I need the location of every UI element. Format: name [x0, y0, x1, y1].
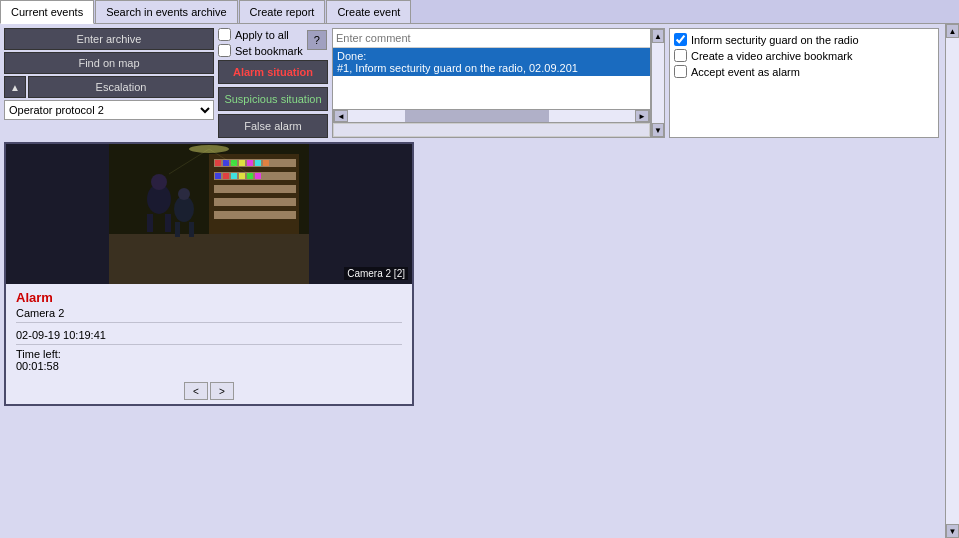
svg-rect-20 [247, 173, 253, 179]
camera-timeleft: Time left: 00:01:58 [16, 348, 402, 372]
svg-rect-21 [255, 173, 261, 179]
false-alarm-button[interactable]: False alarm [218, 114, 328, 138]
camera-datetime: 02-09-19 10:19:41 [16, 329, 402, 345]
camera-info-area: Alarm Camera 2 02-09-19 10:19:41 Time le… [6, 284, 412, 378]
tab-bar: Current events Search in events archive … [0, 0, 959, 24]
camera-prev-button[interactable]: < [184, 382, 208, 400]
svg-rect-28 [175, 222, 180, 237]
comment-hscroll: ◄ ► [333, 109, 650, 137]
main-scroll-up-btn[interactable]: ▲ [946, 24, 959, 38]
vscroll-down-btn[interactable]: ▼ [652, 123, 664, 137]
suspicious-situation-button[interactable]: Suspicious situation [218, 87, 328, 111]
right-check-2[interactable] [674, 65, 687, 78]
svg-rect-7 [214, 198, 296, 206]
alarm-label: Alarm [16, 290, 402, 305]
alarm-situation-button[interactable]: Alarm situation [218, 60, 328, 84]
svg-rect-29 [189, 222, 194, 237]
set-bookmark-checkbox[interactable] [218, 44, 231, 57]
svg-rect-12 [239, 160, 245, 166]
main-scrollbar: ▲ ▼ [945, 24, 959, 538]
right-checks-panel: Inform secturity guard on the radio Crea… [669, 28, 939, 138]
escalation-row: ▲ Escalation [4, 76, 214, 98]
enter-archive-button[interactable]: Enter archive [4, 28, 214, 50]
hscroll-bar: ◄ ► [333, 109, 650, 123]
camera-scene-svg [6, 144, 412, 284]
svg-rect-16 [215, 173, 221, 179]
protocol-row: Operator protocol 2 [4, 100, 214, 120]
svg-rect-17 [223, 173, 229, 179]
right-check-item-1: Create a video archive bookmark [674, 49, 934, 62]
comment-wrapper: Done: #1, Inform secturity guard on the … [332, 28, 665, 138]
hscroll-track[interactable] [348, 110, 635, 122]
mid-col: Apply to all Set bookmark ? Alarm situat… [218, 28, 328, 138]
set-bookmark-label[interactable]: Set bookmark [218, 44, 303, 57]
comment-bottom-bar [333, 123, 650, 137]
main-scroll-track[interactable] [946, 38, 959, 524]
svg-rect-13 [247, 160, 253, 166]
vscroll-up-btn[interactable]: ▲ [652, 29, 664, 43]
right-check-0[interactable] [674, 33, 687, 46]
svg-point-27 [178, 188, 190, 200]
escalation-icon: ▲ [4, 76, 26, 98]
camera-overlay-label: Camera 2 [2] [344, 267, 408, 280]
svg-rect-15 [263, 160, 269, 166]
tab-create-event[interactable]: Create event [326, 0, 411, 23]
vscroll-track[interactable] [652, 43, 664, 123]
tab-current-events[interactable]: Current events [0, 0, 94, 24]
svg-rect-11 [231, 160, 237, 166]
svg-rect-6 [214, 185, 296, 193]
protocol-select[interactable]: Operator protocol 2 [4, 100, 214, 120]
checkboxes-col: Apply to all Set bookmark [218, 28, 303, 57]
svg-point-23 [151, 174, 167, 190]
tab-create-report[interactable]: Create report [239, 0, 326, 23]
help-button[interactable]: ? [307, 30, 327, 50]
comment-area: Done: #1, Inform secturity guard on the … [332, 28, 651, 138]
svg-rect-9 [215, 160, 221, 166]
apply-to-all-checkbox[interactable] [218, 28, 231, 41]
svg-rect-14 [255, 160, 261, 166]
comment-vscroll: ▲ ▼ [651, 28, 665, 138]
right-check-1[interactable] [674, 49, 687, 62]
find-on-map-button[interactable]: Find on map [4, 52, 214, 74]
tab-search-archive[interactable]: Search in events archive [95, 0, 237, 23]
svg-rect-25 [165, 214, 171, 232]
camera-info: Alarm Camera 2 02-09-19 10:19:41 Time le… [6, 284, 412, 378]
camera-name: Camera 2 [16, 307, 402, 323]
left-panel: Enter archive Find on map ▲ Escalation O… [4, 28, 214, 138]
svg-rect-19 [239, 173, 245, 179]
hscroll-right-btn[interactable]: ► [635, 110, 649, 122]
right-check-item-2: Accept event as alarm [674, 65, 934, 78]
comment-input[interactable] [333, 29, 650, 48]
comment-done-label: Done: #1, Inform secturity guard on the … [333, 48, 650, 76]
svg-rect-8 [214, 211, 296, 219]
bottom-section: Camera 2 [2] Alarm Camera 2 02-09-19 10:… [4, 142, 955, 406]
camera-card: Camera 2 [2] Alarm Camera 2 02-09-19 10:… [4, 142, 414, 406]
svg-rect-18 [231, 173, 237, 179]
svg-rect-24 [147, 214, 153, 232]
apply-to-all-label[interactable]: Apply to all [218, 28, 303, 41]
hscroll-left-btn[interactable]: ◄ [334, 110, 348, 122]
checkbox-help-area: Apply to all Set bookmark ? [218, 28, 328, 57]
main-scroll-down-btn[interactable]: ▼ [946, 524, 959, 538]
top-section: Enter archive Find on map ▲ Escalation O… [4, 28, 955, 138]
escalation-button[interactable]: Escalation [28, 76, 214, 98]
main-area: Enter archive Find on map ▲ Escalation O… [0, 24, 959, 538]
camera-nav: < > [6, 378, 412, 404]
camera-next-button[interactable]: > [210, 382, 234, 400]
camera-preview: Camera 2 [2] [6, 144, 412, 284]
right-check-item-0: Inform secturity guard on the radio [674, 33, 934, 46]
